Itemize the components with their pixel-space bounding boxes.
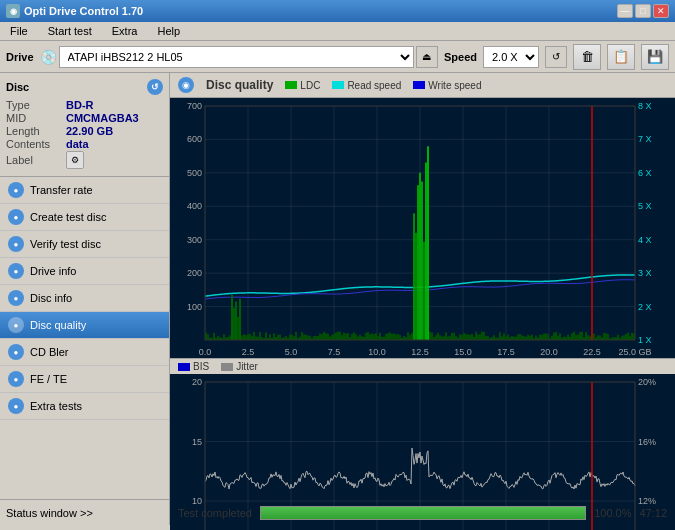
ldc-legend: LDC [285,80,320,91]
drive-bar: Drive 💿 ATAPI iHBS212 2 HL05 ⏏ Speed 2.0… [0,41,675,73]
disc-mid-label: MID [6,112,66,124]
sidebar-item-create-test-disc[interactable]: ● Create test disc [0,204,169,231]
disc-info-label: Disc info [30,292,72,304]
disc-contents-label: Contents [6,138,66,150]
chart-header-icon: ◉ [178,77,194,93]
title-bar: ◉ Opti Drive Control 1.70 — □ ✕ [0,0,675,22]
close-button[interactable]: ✕ [653,4,669,18]
verify-test-disc-icon: ● [8,236,24,252]
transfer-rate-label: Transfer rate [30,184,93,196]
sidebar-item-fe-te[interactable]: ● FE / TE [0,366,169,393]
disc-mid-row: MID CMCMAGBA3 [6,112,163,124]
disc-panel-header: Disc ↺ [6,79,163,95]
menu-start-test[interactable]: Start test [42,24,98,38]
write-speed-legend-label: Write speed [428,80,481,91]
title-bar-left: ◉ Opti Drive Control 1.70 [6,4,143,18]
test-completed-label: Test completed [178,507,252,519]
drive-info-icon: ● [8,263,24,279]
read-speed-legend: Read speed [332,80,401,91]
sidebar-item-drive-info[interactable]: ● Drive info [0,258,169,285]
extra-tests-icon: ● [8,398,24,414]
sidebar-item-disc-info[interactable]: ● Disc info [0,285,169,312]
sidebar-item-verify-test-disc[interactable]: ● Verify test disc [0,231,169,258]
refresh-button[interactable]: ↺ [545,46,567,68]
menu-help[interactable]: Help [151,24,186,38]
disc-panel-title: Disc [6,81,29,93]
disc-label-label: Label [6,154,66,166]
erase-button[interactable]: 🗑 [573,44,601,70]
status-window-label: Status window >> [6,507,93,519]
status-window[interactable]: Status window >> [0,500,170,525]
disc-contents-row: Contents data [6,138,163,150]
speed-select[interactable]: 2.0 X 4.0 X 8.0 X [483,46,539,68]
disc-contents-value: data [66,138,89,150]
bis-legend: BIS [178,361,209,372]
disc-label-row: Label ⚙ [6,151,163,169]
write-speed-legend: Write speed [413,80,481,91]
disc-refresh-icon[interactable]: ↺ [147,79,163,95]
progress-bar-fill [261,507,585,519]
read-speed-legend-label: Read speed [347,80,401,91]
disc-length-label: Length [6,125,66,137]
jitter-legend-label: Jitter [236,361,258,372]
sidebar-item-cd-bler[interactable]: ● CD Bler [0,339,169,366]
progress-bar [260,506,586,520]
cd-bler-icon: ● [8,344,24,360]
fe-te-label: FE / TE [30,373,67,385]
drive-info-label: Drive info [30,265,76,277]
disc-label-icon[interactable]: ⚙ [66,151,84,169]
ldc-legend-color [285,81,297,89]
minimize-button[interactable]: — [617,4,633,18]
disc-info-panel: Disc ↺ Type BD-R MID CMCMAGBA3 Length 22… [0,73,169,177]
disc-length-value: 22.90 GB [66,125,113,137]
app-icon: ◉ [6,4,20,18]
bis-legend-label: BIS [193,361,209,372]
disc-quality-icon: ● [8,317,24,333]
drive-disk-icon: 💿 [40,49,57,65]
fe-te-icon: ● [8,371,24,387]
drive-eject-button[interactable]: ⏏ [416,46,438,68]
sidebar-item-disc-quality[interactable]: ● Disc quality [0,312,169,339]
extra-tests-label: Extra tests [30,400,82,412]
elapsed-time: 47:12 [639,507,667,519]
chart-title: Disc quality [206,78,273,92]
top-chart [170,98,675,358]
disc-quality-label: Disc quality [30,319,86,331]
app-title: Opti Drive Control 1.70 [24,5,143,17]
bis-legend-color [178,363,190,371]
cd-bler-label: CD Bler [30,346,69,358]
sidebar: Disc ↺ Type BD-R MID CMCMAGBA3 Length 22… [0,73,170,499]
drive-select-wrap: 💿 ATAPI iHBS212 2 HL05 ⏏ [40,46,438,68]
menu-extra[interactable]: Extra [106,24,144,38]
drive-select[interactable]: ATAPI iHBS212 2 HL05 [59,46,414,68]
chart-header: ◉ Disc quality LDC Read speed Write spee… [170,73,675,98]
right-panel: ◉ Disc quality LDC Read speed Write spee… [170,73,675,499]
disc-mid-value: CMCMAGBA3 [66,112,139,124]
copy-button[interactable]: 📋 [607,44,635,70]
menu-bar: File Start test Extra Help [0,22,675,41]
title-bar-buttons: — □ ✕ [617,4,669,18]
disc-type-value: BD-R [66,99,94,111]
disc-type-label: Type [6,99,66,111]
disc-length-row: Length 22.90 GB [6,125,163,137]
nav-items: ● Transfer rate ● Create test disc ● Ver… [0,177,169,499]
jitter-legend-color [221,363,233,371]
speed-label: Speed [444,51,477,63]
ldc-legend-label: LDC [300,80,320,91]
progress-section: Test completed 100.0% 47:12 [170,506,675,520]
disc-info-icon: ● [8,290,24,306]
read-speed-legend-color [332,81,344,89]
disc-type-row: Type BD-R [6,99,163,111]
progress-percent: 100.0% [594,507,631,519]
maximize-button[interactable]: □ [635,4,651,18]
transfer-rate-icon: ● [8,182,24,198]
create-test-disc-label: Create test disc [30,211,106,223]
menu-file[interactable]: File [4,24,34,38]
save-button[interactable]: 💾 [641,44,669,70]
drive-label: Drive [6,51,34,63]
verify-test-disc-label: Verify test disc [30,238,101,250]
write-speed-legend-color [413,81,425,89]
sidebar-item-extra-tests[interactable]: ● Extra tests [0,393,169,420]
charts-area: BIS Jitter [170,98,675,530]
sidebar-item-transfer-rate[interactable]: ● Transfer rate [0,177,169,204]
